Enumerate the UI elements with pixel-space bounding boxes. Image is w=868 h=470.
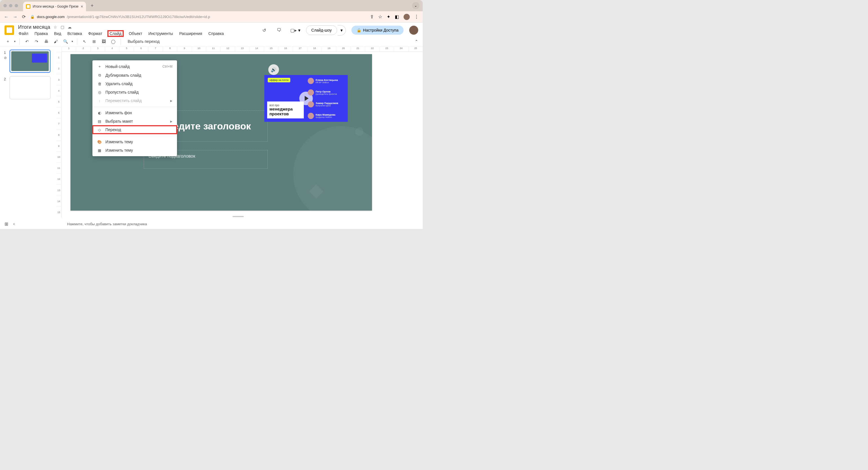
profile-avatar-icon[interactable] bbox=[404, 14, 410, 20]
tab-close-icon[interactable]: × bbox=[81, 4, 83, 9]
browser-tab[interactable]: Итоги месяца - Google Презе × bbox=[23, 2, 86, 11]
new-slide-dropdown-icon[interactable]: ▾ bbox=[14, 40, 16, 43]
audio-icon[interactable]: 🔊 bbox=[268, 64, 279, 75]
eye-icon: ◎ bbox=[97, 90, 102, 94]
menu-duplicate-slide[interactable]: ⧉ Дублировать слайд bbox=[92, 71, 177, 80]
bottom-left-controls: ⊞ ‹ bbox=[4, 221, 14, 227]
select-tool-icon[interactable]: ↖ bbox=[81, 38, 88, 45]
meet-icon[interactable]: ▢▸ bbox=[289, 26, 298, 35]
menu-insert[interactable]: Вставка bbox=[67, 31, 83, 36]
meet-dropdown-icon[interactable]: ▾ bbox=[298, 28, 301, 33]
forward-icon[interactable]: → bbox=[13, 14, 18, 20]
person-avatar-icon bbox=[308, 113, 314, 119]
move-folder-icon[interactable]: ▢ bbox=[61, 25, 64, 29]
ruler-tick: 25 bbox=[408, 47, 423, 52]
menu-edit[interactable]: Правка bbox=[34, 31, 48, 36]
account-avatar[interactable] bbox=[409, 26, 418, 35]
share-page-icon[interactable]: ⇪ bbox=[370, 14, 374, 20]
tabs-dropdown-button[interactable]: ⌄ bbox=[412, 2, 420, 9]
speaker-notes[interactable]: Нажмите, чтобы добавить заметки докладчи… bbox=[56, 219, 414, 229]
vertical-ruler: 123456789101112131415 bbox=[56, 52, 61, 218]
menu-extensions[interactable]: Расширения bbox=[179, 31, 203, 36]
menu-change-theme-2[interactable]: ▦ Изменить тему bbox=[92, 146, 177, 154]
person-name: Замир Пардалиев bbox=[316, 102, 338, 105]
menu-change-theme[interactable]: 🎨 Изменить тему bbox=[92, 138, 177, 146]
transition-button[interactable]: Выбрать переход bbox=[125, 38, 162, 45]
thumb-number: 1 bbox=[4, 50, 8, 55]
reload-icon[interactable]: ⟳ bbox=[22, 14, 26, 20]
menu-choose-layout[interactable]: ▤ Выбрать макет ▶ bbox=[92, 117, 177, 125]
ruler-tick: 19 bbox=[321, 47, 336, 52]
plus-icon: ＋ bbox=[97, 64, 102, 69]
url-host: docs.google.com bbox=[37, 14, 65, 19]
menu-slide[interactable]: Слайд bbox=[108, 31, 123, 36]
paint-format-icon[interactable]: 🖌 bbox=[53, 38, 59, 45]
redo-icon[interactable]: ↷ bbox=[33, 38, 40, 45]
collapse-panel-icon[interactable]: ‹ bbox=[13, 221, 14, 227]
person-role: выпускник курса bbox=[316, 105, 338, 107]
embedded-video[interactable]: оффер на почте всё про менеджера проекто… bbox=[265, 75, 348, 122]
ruler-tick: 10 bbox=[56, 151, 61, 163]
extensions-icon[interactable]: ✦ bbox=[386, 14, 390, 20]
zoom-dropdown-icon[interactable]: ▾ bbox=[71, 40, 73, 43]
sidepanel-icon[interactable]: ◧ bbox=[395, 14, 399, 20]
slide-thumbnail-2[interactable] bbox=[9, 76, 51, 99]
image-icon[interactable]: 🖼 bbox=[100, 38, 107, 45]
submenu-arrow-icon: ▶ bbox=[170, 120, 173, 123]
menu-move-slide: ↕ Переместить слайд ▶ bbox=[92, 96, 177, 105]
video-person: Елена КостицынаHR BP Skillbox bbox=[308, 78, 345, 84]
notes-resize-handle[interactable] bbox=[232, 216, 244, 217]
menu-view[interactable]: Вид bbox=[54, 31, 62, 36]
address-bar: ← → ⟳ 🔒 docs.google.com/presentation/d/1… bbox=[0, 11, 423, 23]
textbox-icon[interactable]: ⊞ bbox=[91, 38, 97, 45]
menu-new-slide[interactable]: ＋ Новый слайд Ctrl+M bbox=[92, 62, 177, 71]
window-controls bbox=[3, 4, 18, 7]
maximize-window-icon[interactable] bbox=[14, 4, 18, 7]
menu-object[interactable]: Объект bbox=[128, 31, 143, 36]
undo-icon[interactable]: ↶ bbox=[24, 38, 30, 45]
back-icon[interactable]: ← bbox=[4, 14, 8, 20]
video-person: Замир Пардалиеввыпускник курса bbox=[308, 101, 345, 108]
share-button[interactable]: 🔒 Настройки Доступа bbox=[351, 26, 404, 35]
person-role: HR BP Skillbox bbox=[316, 82, 338, 84]
slide-thumbnail-1[interactable] bbox=[9, 50, 51, 73]
browser-menu-icon[interactable]: ⋮ bbox=[414, 14, 419, 20]
explore-icon[interactable]: ⊞ bbox=[4, 221, 8, 227]
minimize-window-icon[interactable] bbox=[9, 4, 12, 7]
menu-file[interactable]: Файл bbox=[18, 31, 29, 36]
comments-icon[interactable]: 🗨 bbox=[275, 26, 283, 35]
decoration bbox=[293, 126, 389, 218]
shape-icon[interactable]: ◯ bbox=[110, 38, 117, 45]
menu-skip-slide[interactable]: ◎ Пропустить слайд bbox=[92, 88, 177, 96]
menu-tools[interactable]: Инструменты bbox=[148, 31, 174, 36]
ruler-tick: 15 bbox=[56, 207, 61, 218]
close-window-icon[interactable] bbox=[3, 4, 7, 7]
collapse-toolbar-icon[interactable]: ⌃ bbox=[415, 39, 418, 44]
menu-help[interactable]: Справка bbox=[208, 31, 224, 36]
url-field[interactable]: 🔒 docs.google.com/presentation/d/1-qp78z… bbox=[30, 14, 366, 19]
ruler-tick: 12 bbox=[56, 173, 61, 184]
new-tab-button[interactable]: + bbox=[88, 2, 96, 9]
slideshow-button[interactable]: Слайд-шоу bbox=[306, 25, 337, 35]
bookmark-icon[interactable]: ☆ bbox=[378, 14, 382, 20]
cloud-status-icon[interactable]: ☁ bbox=[68, 25, 71, 29]
print-icon[interactable]: 🖶 bbox=[43, 38, 50, 45]
menu-format[interactable]: Формат bbox=[88, 31, 103, 36]
menu-change-background[interactable]: ◐ Изменить фон bbox=[92, 109, 177, 117]
separator bbox=[77, 38, 77, 45]
new-slide-button[interactable]: ＋ bbox=[4, 38, 11, 45]
zoom-icon[interactable]: 🔍 bbox=[62, 38, 69, 45]
toolbar: ＋ ▾ ↶ ↷ 🖶 🖌 🔍 ▾ ↖ ⊞ 🖼 ◯ Выбрать переход … bbox=[0, 36, 423, 47]
droplet-icon: ◐ bbox=[97, 111, 102, 115]
ruler-tick: 6 bbox=[56, 107, 61, 118]
share-label: Настройки Доступа bbox=[363, 28, 399, 32]
slideshow-dropdown[interactable]: ▾ bbox=[338, 25, 346, 35]
ruler-tick: 9 bbox=[56, 140, 61, 151]
menu-delete-slide[interactable]: 🗑 Удалить слайд bbox=[92, 80, 177, 88]
history-icon[interactable]: ↺ bbox=[260, 26, 269, 35]
star-icon[interactable]: ☆ bbox=[54, 25, 57, 29]
submenu-arrow-icon: ▶ bbox=[170, 99, 173, 102]
doc-title[interactable]: Итоги месяца bbox=[18, 24, 50, 30]
slides-logo-icon[interactable] bbox=[4, 25, 14, 35]
menu-transition[interactable]: ◇ Переход bbox=[92, 125, 177, 134]
